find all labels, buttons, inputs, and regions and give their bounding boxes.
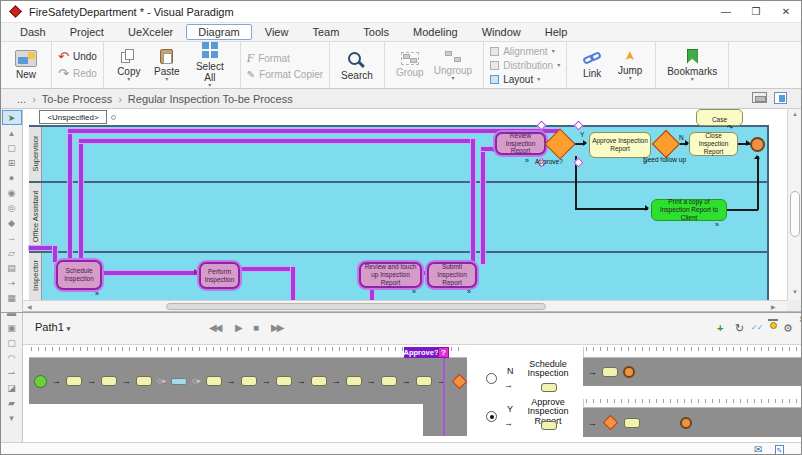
pool-name-tab[interactable]: <Unspecified> <box>39 110 107 124</box>
callout-icon[interactable]: ◠ <box>2 350 22 365</box>
new-button[interactable]: New <box>7 49 45 81</box>
task-approve-inspection-report[interactable]: Approve Inspection Report <box>589 132 651 158</box>
search-button[interactable]: Search <box>336 49 378 82</box>
timeline-gatepass: ◇▸ <box>192 377 201 385</box>
undo-button[interactable]: ↶Undo <box>58 50 97 64</box>
choreography-icon[interactable]: ▣ <box>2 320 22 335</box>
sequence-flow-icon[interactable]: → <box>2 230 22 245</box>
end-event-icon[interactable]: ◎ <box>2 200 22 215</box>
lane-shape-icon[interactable]: ▦ <box>2 290 22 305</box>
close-button[interactable]: ✕ <box>771 1 801 22</box>
timeline-branch-bottom[interactable]: → <box>583 408 802 437</box>
jump-button[interactable]: ➤ Jump▾ <box>611 48 649 82</box>
format-button[interactable]: FFormat <box>247 51 323 66</box>
menu-window[interactable]: Window <box>471 25 532 39</box>
data-object-icon[interactable]: ▱ <box>2 245 22 260</box>
lane-inspector[interactable]: Inspector <box>29 251 42 300</box>
scroll-up-icon[interactable]: ▲ <box>788 111 802 117</box>
menu-uexceler[interactable]: UeXceler <box>117 25 184 39</box>
scroll-left-icon[interactable]: ◀ <box>27 303 32 310</box>
artifact-icon[interactable]: ◪ <box>2 380 22 395</box>
task-review-inspection-report[interactable]: Review Inspection Report <box>495 132 546 155</box>
association-icon[interactable]: ⇢ <box>2 275 22 290</box>
timeline-main[interactable]: →→→◇▸◇▸→→→→→→→ <box>29 358 467 404</box>
message-envelope-icon[interactable]: ✉ <box>754 444 762 455</box>
play-button[interactable]: ▶ <box>235 322 243 333</box>
vertical-scroll-thumb[interactable] <box>790 191 800 237</box>
menu-project[interactable]: Project <box>59 25 115 39</box>
rewind-button[interactable]: ◀◀ <box>209 322 220 333</box>
copy-button[interactable]: Copy▾ <box>110 48 148 83</box>
task-review-touchup-report[interactable]: Review and touch up Inspection Report <box>359 262 422 288</box>
breadcrumb-tobe-process[interactable]: To-be Process <box>36 93 118 105</box>
expand-icon[interactable]: ▴ <box>2 125 22 140</box>
intermediate-event-icon[interactable]: ◉ <box>2 185 22 200</box>
pool-shape-icon[interactable]: ▤ <box>2 260 22 275</box>
options-checklist-icon[interactable]: ✓✓ <box>751 321 762 335</box>
task-perform-inspection[interactable]: Perform Inspection <box>199 262 240 289</box>
task-close-case-partial[interactable]: Case <box>696 109 743 126</box>
menu-modeling[interactable]: Modeling <box>402 25 469 39</box>
horizontal-scroll-thumb[interactable] <box>166 303 546 310</box>
vertical-scrollbar[interactable]: ▲ ▼ <box>787 109 802 300</box>
bookmarks-button[interactable]: Bookmarks▾ <box>662 48 722 83</box>
layers-panel-icon[interactable] <box>774 92 787 104</box>
group-button[interactable]: Group <box>391 51 429 79</box>
scroll-down-icon[interactable]: ▼ <box>788 289 802 295</box>
window-title: FireSafetyDepartment * - Visual Paradigm <box>29 6 234 18</box>
start-event-icon[interactable]: ● <box>2 170 22 185</box>
shape-palette: ➤▴▢⊞●◉◎◆→▱▤⇢▦▬▣▢◠⇀◪▰▾ <box>1 109 23 442</box>
cursor-tool-icon[interactable]: ➤ <box>2 110 22 125</box>
subprocess-shape-icon[interactable]: ⊞ <box>2 155 22 170</box>
redo-button[interactable]: ↷Redo <box>58 67 97 81</box>
path-selector[interactable]: Path1 ▾ <box>35 321 70 333</box>
timeline-cursor-line[interactable] <box>443 347 445 436</box>
menu-diagram[interactable]: Diagram <box>186 24 252 40</box>
gateway-shape-icon[interactable]: ◆ <box>2 215 22 230</box>
menu-tools[interactable]: Tools <box>352 25 400 39</box>
distribution-button[interactable]: Distribution▾ <box>490 60 560 71</box>
dashed-flow-icon[interactable]: ⇀ <box>2 365 22 380</box>
palette-scroll-down-icon[interactable]: ▾ <box>2 410 22 425</box>
link-button[interactable]: Link <box>573 51 611 80</box>
scroll-right-icon[interactable]: ▶ <box>771 303 776 310</box>
menu-view[interactable]: View <box>254 25 300 39</box>
settings-gear-icon[interactable]: ⚙ <box>783 321 793 335</box>
layout-button[interactable]: Layout▾ <box>490 74 560 85</box>
document-edit-icon[interactable]: ✎ <box>775 445 784 455</box>
end-event[interactable] <box>750 137 765 152</box>
stop-button[interactable]: ■ <box>253 322 259 333</box>
radio-option-n[interactable] <box>486 373 497 384</box>
refresh-icon[interactable]: ↻ <box>735 321 744 335</box>
fit-to-window-icon[interactable] <box>752 92 767 103</box>
select-all-button[interactable]: Select All▾ <box>186 41 234 89</box>
radio-option-y[interactable] <box>486 411 497 422</box>
task-shape-icon[interactable]: ▢ <box>2 140 22 155</box>
breadcrumb-ellipsis[interactable]: ... <box>11 93 32 105</box>
add-path-button[interactable]: + <box>717 321 723 335</box>
annotation-icon[interactable]: ▢ <box>2 335 22 350</box>
task-print-copy-to-client[interactable]: Print a copy of Inspection Report to Cli… <box>651 199 727 221</box>
ungroup-button[interactable]: Ungroup▾ <box>429 49 477 82</box>
diagram-canvas[interactable]: Supervisor Office Assistant Inspector <U… <box>23 109 787 300</box>
menu-help[interactable]: Help <box>534 25 579 39</box>
task-submit-inspection-report[interactable]: Submit Inspection Report <box>427 262 477 288</box>
maximize-button[interactable]: ❐ <box>741 1 771 22</box>
folder-icon[interactable]: ▰ <box>2 395 22 410</box>
paste-button[interactable]: Paste▾ <box>148 48 186 83</box>
format-copier-button[interactable]: ✎Format Copier <box>247 69 323 80</box>
menu-dash[interactable]: Dash <box>9 25 57 39</box>
minimize-button[interactable]: — <box>711 1 741 22</box>
help-icon[interactable]: ? <box>438 347 449 358</box>
alignment-button[interactable]: Alignment▾ <box>490 46 560 57</box>
task-close-inspection-report[interactable]: Close Inspection Report <box>689 132 738 156</box>
fast-forward-button[interactable]: ▶▶ <box>271 322 282 333</box>
timeline-branch-top[interactable]: → <box>583 358 802 386</box>
menu-team[interactable]: Team <box>301 25 350 39</box>
breadcrumb-regular-inspection[interactable]: Regular Inspection To-be Process <box>122 93 299 105</box>
lane-supervisor[interactable]: Supervisor <box>29 125 42 181</box>
horizontal-scrollbar[interactable]: ◀ ▶ <box>23 300 787 312</box>
lane-office-assistant[interactable]: Office Assistant <box>29 181 42 251</box>
timeline-arrow: → <box>227 376 236 386</box>
task-schedule-inspection[interactable]: Schedule Inspection <box>56 260 102 290</box>
